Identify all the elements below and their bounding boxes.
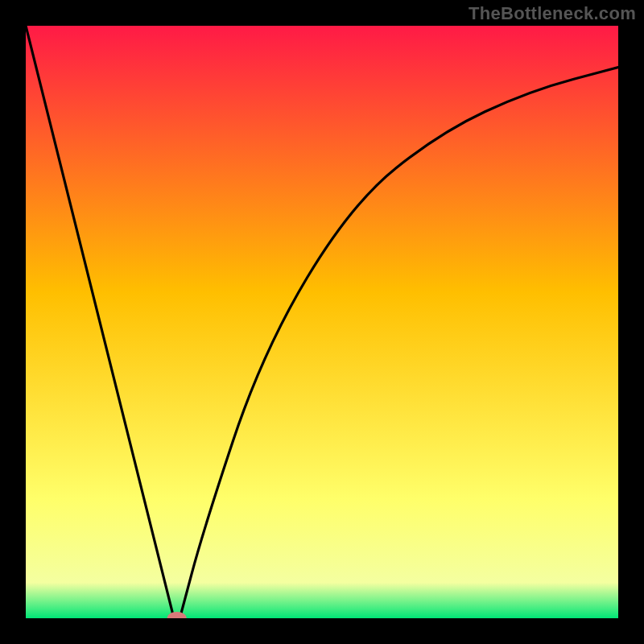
gradient-background	[26, 26, 618, 618]
attribution-text: TheBottleneck.com	[469, 3, 636, 24]
chart-frame: TheBottleneck.com	[0, 0, 644, 644]
bottleneck-chart	[26, 26, 618, 618]
